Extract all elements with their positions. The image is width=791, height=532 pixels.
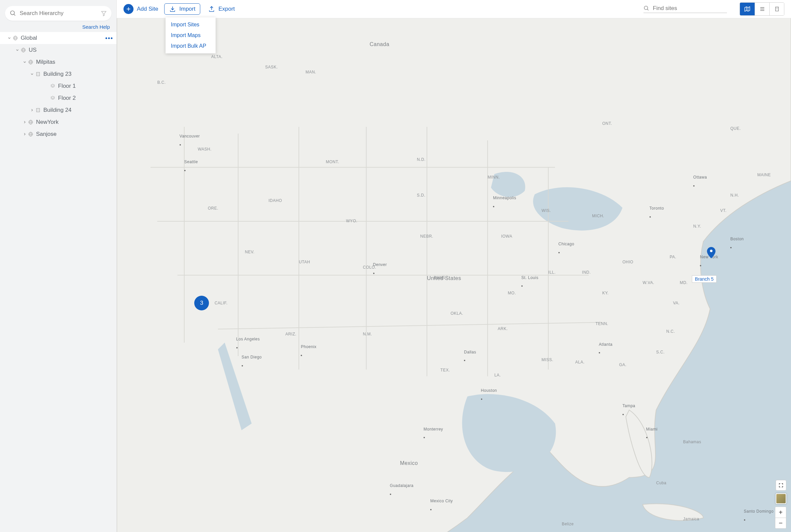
chevron-icon[interactable]: [29, 108, 35, 112]
city-dot: [646, 437, 648, 438]
more-icon[interactable]: [105, 37, 113, 39]
map-controls: + −: [775, 480, 786, 529]
import-label: Import: [179, 6, 195, 12]
chevron-icon[interactable]: [6, 36, 13, 40]
search-help-link[interactable]: Search Help: [82, 24, 110, 30]
marker-label-branch5[interactable]: Branch 5: [692, 276, 717, 283]
list-icon: [759, 6, 765, 12]
tree-node-label: Sanjose: [36, 131, 56, 137]
import-button[interactable]: Import: [164, 3, 200, 15]
map-view-button[interactable]: [740, 3, 755, 15]
toolbar: Add Site Import Export Imp: [117, 0, 791, 18]
list-view-button[interactable]: [755, 3, 769, 15]
sidebar: Search Help GlobalUSMilpitasBuilding 23F…: [0, 0, 117, 532]
tree-node-label: Building 24: [43, 107, 72, 113]
search-hierarchy-input[interactable]: [20, 10, 101, 17]
globe-icon: [13, 35, 18, 41]
city-dot: [373, 273, 374, 274]
city-dot: [236, 347, 238, 348]
city-dot: [744, 519, 745, 521]
tree-node-sanjose[interactable]: Sanjose: [0, 128, 116, 140]
filter-icon[interactable]: [101, 10, 107, 16]
tree-node-newyork[interactable]: NewYork: [0, 116, 116, 128]
svg-line-37: [647, 9, 649, 10]
globe-icon: [28, 59, 33, 65]
find-sites-input[interactable]: [653, 5, 727, 12]
building-icon: [35, 108, 41, 113]
svg-rect-44: [775, 7, 778, 11]
zoom-controls: + −: [775, 507, 786, 529]
search-icon: [10, 10, 16, 17]
import-dropdown: Import SitesImport MapsImport Bulk AP: [166, 17, 216, 53]
tree-node-floor-1[interactable]: Floor 1: [0, 80, 116, 92]
tree-node-label: NewYork: [36, 119, 58, 126]
svg-rect-21: [36, 109, 39, 112]
chevron-icon[interactable]: [14, 48, 21, 52]
search-icon: [643, 5, 650, 11]
svg-marker-19: [51, 84, 55, 87]
import-menu-item-import-maps[interactable]: Import Maps: [166, 30, 216, 41]
chevron-icon[interactable]: [21, 60, 28, 64]
city-dot: [390, 494, 391, 495]
import-menu-item-import-bulk-ap[interactable]: Import Bulk AP: [166, 41, 216, 51]
tree-node-label: Floor 1: [58, 83, 76, 90]
terrain-toggle-button[interactable]: [776, 493, 786, 504]
chevron-icon[interactable]: [29, 72, 35, 76]
floor-icon: [50, 83, 55, 89]
floor-icon: [50, 95, 55, 101]
svg-rect-12: [36, 72, 39, 76]
city-dot: [650, 216, 651, 217]
tree-node-building-24[interactable]: Building 24: [0, 104, 116, 116]
add-site-button[interactable]: Add Site: [123, 4, 158, 14]
building-icon: [774, 6, 780, 12]
zoom-in-button[interactable]: +: [775, 507, 786, 518]
city-dot: [242, 365, 243, 366]
tree-node-building-23[interactable]: Building 23: [0, 68, 116, 80]
city-dot: [493, 206, 494, 207]
add-site-label: Add Site: [137, 6, 158, 12]
city-dot: [184, 170, 186, 171]
map-container[interactable]: B.C.CanadaALTA.SASK.MAN.ONT.QUE.MAINEN.H…: [117, 18, 791, 532]
tree-node-label: US: [29, 47, 37, 53]
svg-marker-2: [101, 11, 106, 16]
tree-node-floor-2[interactable]: Floor 2: [0, 92, 116, 104]
tree-node-milpitas[interactable]: Milpitas: [0, 56, 116, 68]
svg-line-1: [14, 14, 15, 16]
tree-node-label: Floor 2: [58, 95, 76, 101]
globe-icon: [21, 48, 26, 53]
svg-marker-38: [745, 7, 750, 11]
fullscreen-button[interactable]: [776, 480, 786, 491]
plus-icon: [123, 4, 134, 14]
site-marker-branch5[interactable]: [707, 247, 716, 258]
search-hierarchy-box[interactable]: [5, 6, 112, 21]
search-wrap: [0, 0, 116, 22]
view-toggle: [739, 2, 784, 16]
tree-node-label: Milpitas: [36, 59, 55, 65]
export-button[interactable]: Export: [206, 4, 237, 14]
city-dot: [481, 399, 482, 400]
globe-icon: [28, 119, 33, 125]
search-help-wrap: Search Help: [0, 22, 116, 32]
zoom-out-button[interactable]: −: [775, 518, 786, 528]
chevron-icon[interactable]: [21, 120, 28, 124]
import-menu-item-import-sites[interactable]: Import Sites: [166, 19, 216, 30]
tree-node-us[interactable]: US: [0, 44, 116, 56]
city-dot: [622, 414, 624, 415]
svg-point-0: [11, 11, 15, 15]
find-sites-box[interactable]: [643, 5, 727, 13]
map-svg: [117, 18, 791, 532]
svg-point-61: [710, 250, 712, 252]
chevron-icon[interactable]: [21, 132, 28, 136]
hierarchy-tree: GlobalUSMilpitasBuilding 23Floor 1Floor …: [0, 32, 116, 532]
building-icon: [35, 72, 41, 77]
svg-marker-20: [51, 96, 55, 98]
tree-node-label: Global: [21, 35, 37, 41]
globe-icon: [28, 132, 33, 137]
building-view-button[interactable]: [769, 3, 784, 15]
svg-point-36: [644, 6, 648, 10]
tree-node-label: Building 23: [43, 71, 72, 77]
cluster-count: 3: [200, 300, 203, 306]
import-icon: [169, 6, 176, 12]
map-icon: [744, 6, 750, 12]
tree-node-global[interactable]: Global: [0, 32, 116, 44]
